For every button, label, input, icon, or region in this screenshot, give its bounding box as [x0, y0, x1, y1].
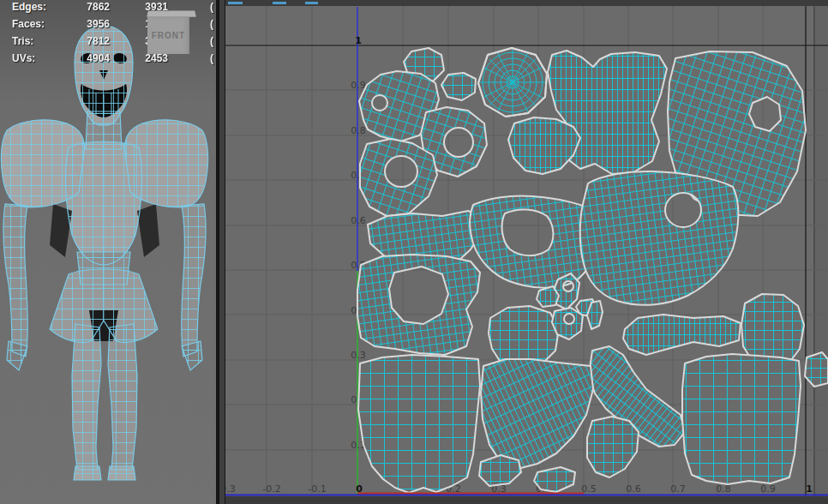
uv-shell-23[interactable]	[358, 355, 480, 493]
toolbar-icon-fragment[interactable]	[305, 2, 318, 4]
x-tick-label: 0.9	[760, 483, 776, 495]
y-tick-label: 1	[355, 35, 362, 46]
panel-divider[interactable]	[216, 0, 225, 504]
view-cube-top-face[interactable]	[147, 10, 196, 16]
uv-toolbar-strip	[225, 0, 828, 6]
toolbar-icon-fragment[interactable]	[273, 2, 286, 4]
view-cube[interactable]: FRONT	[146, 9, 199, 57]
y-tick-label: 0.6	[351, 215, 366, 226]
view-cube-label: FRONT	[152, 31, 185, 40]
y-tick-label: 0.8	[351, 125, 366, 136]
x-tick-label: -0.2	[262, 483, 280, 495]
hud-clipped-text: (	[210, 52, 213, 64]
hud-clipped-text: (	[210, 35, 213, 47]
hud-clipped-text: (	[210, 18, 213, 30]
hud-selected-count: 2453	[9, 52, 168, 64]
uv-shell-28[interactable]	[682, 354, 801, 484]
toolbar-icon-fragment[interactable]	[228, 2, 243, 4]
hud-clipped-text: (	[210, 1, 213, 13]
x-tick-label: 1	[806, 483, 813, 495]
y-tick-label: 0.3	[351, 350, 366, 361]
knight-wireframe	[1, 26, 207, 480]
view-cube-front-face[interactable]: FRONT	[147, 17, 189, 54]
3d-viewport[interactable]: Edges: 7862 3931 ( Faces: 3956 1978 ( Tr…	[0, 0, 216, 504]
hud-selected-count: 1978	[9, 18, 168, 30]
uv-right-edge	[815, 0, 828, 504]
x-tick-label: -0.1	[308, 483, 326, 495]
hud-selected-count: 3906	[9, 35, 168, 47]
hud-selected-count: 3931	[9, 1, 168, 13]
y-tick-label: 0.9	[351, 80, 366, 91]
uv-bottom-strip	[225, 496, 828, 504]
maya-uv-layout-window: -0.3 -0.2 -0.1 0 0.1 0.2 0.3 0.4 0.5 0.6…	[0, 0, 828, 504]
x-tick-label: 0.7	[670, 483, 686, 495]
knight-model[interactable]	[0, 0, 216, 504]
x-tick-label: 0.6	[626, 483, 641, 495]
x-tick-label: 0.8	[716, 483, 731, 495]
